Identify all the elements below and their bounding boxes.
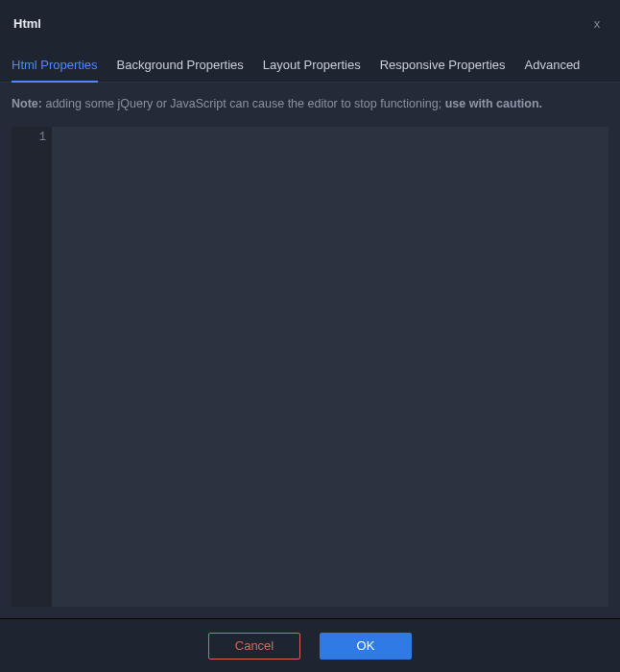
tab-layout-properties[interactable]: Layout Properties — [263, 59, 361, 83]
editor-gutter: 1 — [12, 127, 52, 608]
editor-code-area[interactable] — [52, 127, 608, 608]
note-suffix: use with caution. — [445, 97, 542, 110]
code-editor[interactable]: 1 — [12, 127, 608, 608]
note-text: Note: adding some jQuery or JavaScript c… — [12, 96, 608, 113]
content-panel: Note: adding some jQuery or JavaScript c… — [0, 83, 620, 618]
cancel-button[interactable]: Cancel — [208, 633, 300, 660]
tab-html-properties[interactable]: Html Properties — [12, 59, 98, 83]
tabs: Html Properties Background Properties La… — [0, 46, 620, 83]
tab-advanced[interactable]: Advanced — [525, 59, 581, 83]
ok-button[interactable]: OK — [320, 633, 412, 660]
footer: Cancel OK — [0, 618, 620, 672]
dialog-title: Html — [13, 16, 41, 31]
close-icon[interactable]: x — [587, 13, 607, 33]
tab-background-properties[interactable]: Background Properties — [117, 59, 244, 83]
note-prefix: Note: — [12, 97, 42, 110]
titlebar: Html x — [0, 0, 620, 46]
line-number: 1 — [17, 131, 46, 144]
note-body: adding some jQuery or JavaScript can cau… — [42, 97, 445, 110]
tab-responsive-properties[interactable]: Responsive Properties — [380, 59, 506, 83]
